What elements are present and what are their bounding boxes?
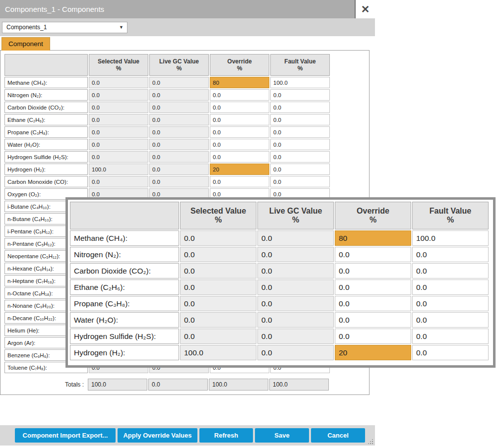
components-table-zoomed: Selected Value % Live GC Value % Overrid…	[69, 201, 490, 361]
table-row: Methane (CH₄):0.00.080100.0	[4, 77, 330, 88]
cell-fault-value[interactable]: 0.0	[412, 263, 489, 279]
cell-override[interactable]: 0.0	[210, 176, 269, 187]
cell-override[interactable]: 0.0	[210, 126, 269, 138]
cell-live-gc-value: 0.0	[257, 230, 334, 246]
cancel-button[interactable]: Cancel	[311, 428, 365, 443]
table-header-row: Selected Value % Live GC Value % Overrid…	[70, 202, 489, 229]
cell-override[interactable]: 0.0	[210, 114, 269, 125]
cell-override[interactable]: 20	[210, 164, 269, 175]
row-label: Propane (C₃H₈):	[4, 126, 88, 138]
cell-override[interactable]: 20	[335, 345, 411, 360]
column-header-blank	[4, 54, 88, 76]
total-live-gc-value: 0.0	[148, 379, 208, 391]
cell-override[interactable]: 80	[335, 230, 411, 246]
cell-override[interactable]: 0.0	[335, 280, 411, 295]
cell-selected-value: 0.0	[180, 312, 256, 328]
tab-component-label: Component	[8, 40, 43, 48]
cell-live-gc-value: 0.0	[149, 89, 209, 101]
cell-selected-value: 100.0	[89, 164, 148, 175]
cell-override[interactable]: 0.0	[335, 329, 411, 344]
cell-selected-value: 0.0	[180, 263, 256, 279]
cell-fault-value[interactable]: 0.0	[412, 247, 489, 262]
cell-fault-value[interactable]: 100.0	[412, 230, 489, 246]
row-label: Ethane (C₂H₆):	[4, 114, 88, 125]
cell-live-gc-value: 0.0	[257, 345, 334, 360]
cell-override[interactable]: 0.0	[335, 296, 411, 311]
cell-fault-value[interactable]: 0.0	[270, 176, 330, 187]
totals-label: Totals :	[3, 381, 88, 388]
column-header-override: Override %	[335, 202, 411, 229]
cell-override[interactable]: 0.0	[210, 151, 269, 163]
cell-override[interactable]: 0.0	[210, 139, 269, 150]
cell-fault-value[interactable]: 0.0	[412, 296, 489, 311]
table-row: Hydrogen Sulfide (H₂S):0.00.00.00.0	[70, 329, 489, 344]
refresh-button[interactable]: Refresh	[199, 428, 253, 443]
components-dropdown[interactable]: Components_1 ▼	[2, 22, 127, 33]
row-label: Hydrogen (H₂):	[4, 164, 88, 175]
cell-fault-value[interactable]: 0.0	[270, 126, 330, 138]
component-import-export-button[interactable]: Component Import Export...	[15, 428, 116, 443]
tab-component[interactable]: Component	[1, 37, 50, 51]
cell-fault-value[interactable]: 0.0	[412, 280, 489, 295]
cell-override[interactable]: 0.0	[335, 312, 411, 328]
table-row: Hydrogen Sulfide (H₂S):0.00.00.00.0	[4, 151, 330, 163]
cell-selected-value: 0.0	[89, 139, 148, 150]
table-row: Propane (C₃H₈):0.00.00.00.0	[70, 296, 489, 311]
table-row: Carbon Dioxide (CO₂):0.00.00.00.0	[4, 102, 330, 113]
cell-selected-value: 0.0	[89, 176, 148, 187]
table-row: Carbon Dioxide (CO₂):0.00.00.00.0	[70, 263, 489, 279]
cell-selected-value: 0.0	[180, 247, 256, 262]
cell-selected-value: 0.0	[89, 126, 148, 138]
cell-live-gc-value: 0.0	[257, 247, 334, 262]
cell-override[interactable]: 80	[210, 77, 269, 88]
cell-override[interactable]: 0.0	[335, 247, 411, 262]
cell-override[interactable]: 0.0	[335, 263, 411, 279]
cell-selected-value: 0.0	[89, 89, 148, 101]
cell-selected-value: 0.0	[89, 114, 148, 125]
cell-fault-value[interactable]: 0.0	[412, 345, 489, 360]
table-row: Nitrogen (N₂):0.00.00.00.0	[70, 247, 489, 262]
cell-live-gc-value: 0.0	[257, 263, 334, 279]
cell-fault-value[interactable]: 0.0	[270, 164, 330, 175]
column-header-blank	[70, 202, 179, 229]
cell-fault-value[interactable]: 0.0	[270, 89, 330, 101]
cell-override[interactable]: 0.0	[210, 89, 269, 101]
row-label: Nitrogen (N₂):	[4, 89, 88, 101]
table-row: Carbon Monoxide (CO):0.00.00.00.0	[4, 176, 330, 187]
cell-live-gc-value: 0.0	[149, 102, 209, 113]
cell-fault-value[interactable]: 0.0	[270, 102, 330, 113]
column-header-selected-value: Selected Value %	[180, 202, 256, 229]
totals-row: Totals : 100.0 0.0 100.0 100.0	[3, 379, 330, 391]
cell-fault-value[interactable]: 0.0	[270, 151, 330, 163]
cell-fault-value[interactable]: 0.0	[412, 312, 489, 328]
cell-live-gc-value: 0.0	[257, 296, 334, 311]
table-row: Hydrogen (H₂):100.00.0200.0	[70, 345, 489, 360]
cell-fault-value[interactable]: 0.0	[412, 329, 489, 344]
cell-selected-value: 0.0	[89, 102, 148, 113]
row-label: Methane (CH₄):	[70, 230, 179, 246]
save-button[interactable]: Save	[255, 428, 309, 443]
cell-fault-value[interactable]: 100.0	[270, 77, 330, 88]
resize-grip[interactable]	[368, 439, 373, 445]
row-label: Hydrogen Sulfide (H₂S):	[4, 151, 88, 163]
window-titlebar: Components_1 - Components	[0, 0, 375, 18]
row-label: Carbon Monoxide (CO):	[4, 176, 88, 187]
apply-override-values-button[interactable]: Apply Override Values	[118, 428, 197, 443]
table-row: Water (H₂O):0.00.00.00.0	[4, 139, 330, 150]
cell-live-gc-value: 0.0	[149, 151, 209, 163]
cell-fault-value[interactable]: 0.0	[270, 139, 330, 150]
row-label: Methane (CH₄):	[4, 77, 88, 88]
cell-live-gc-value: 0.0	[149, 126, 209, 138]
cell-override[interactable]: 0.0	[210, 102, 269, 113]
column-header-fault-value: Fault Value %	[270, 54, 330, 76]
components-dropdown-value: Components_1	[6, 24, 47, 31]
row-label: Nitrogen (N₂):	[70, 247, 179, 262]
close-button[interactable]: ✕	[355, 0, 375, 20]
cell-live-gc-value: 0.0	[257, 312, 334, 328]
total-override: 100.0	[209, 379, 268, 391]
cell-selected-value: 100.0	[180, 345, 256, 360]
cell-fault-value[interactable]: 0.0	[270, 114, 330, 125]
row-label: Ethane (C₂H₆):	[70, 280, 179, 295]
row-label: Hydrogen Sulfide (H₂S):	[70, 329, 179, 344]
zoom-inset: Selected Value % Live GC Value % Overrid…	[65, 197, 496, 368]
